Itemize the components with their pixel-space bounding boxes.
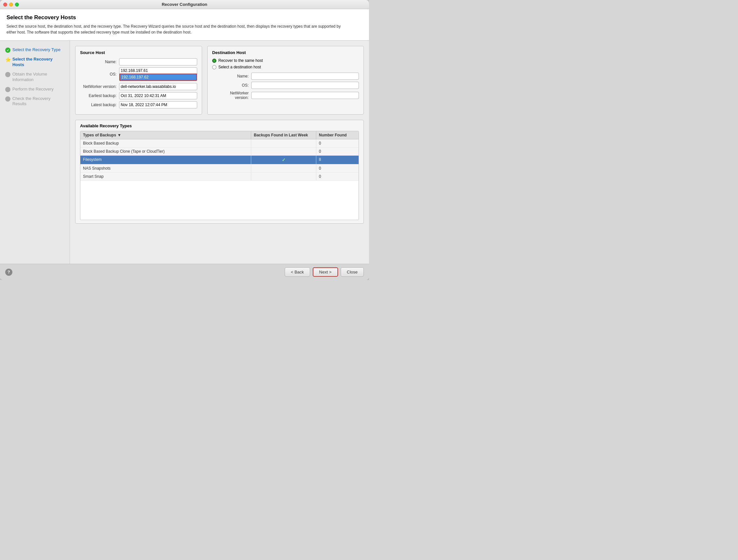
header-section: Select the Recovery Hosts Select the sou… bbox=[0, 9, 369, 41]
destination-host-box: Destination Host Recover to the same hos… bbox=[207, 46, 364, 114]
td-number-3: 8 bbox=[316, 156, 359, 164]
radio-same-host[interactable]: Recover to the same host bbox=[212, 58, 359, 63]
td-type-4: NAS Snapshots bbox=[80, 165, 251, 172]
sidebar-label-select-type: Select the Recovery Type bbox=[12, 47, 60, 53]
recovery-types-table: Types of Backups ▼ Backups Found in Last… bbox=[80, 131, 359, 220]
table-row[interactable]: Smart Snap 0 bbox=[80, 173, 359, 181]
td-backups-4 bbox=[251, 165, 316, 172]
gray-circle-icon-2 bbox=[5, 87, 10, 92]
source-os-row: OS: 192.168.197.61 192.168.197.62 bbox=[80, 67, 197, 81]
dest-name-input[interactable] bbox=[251, 73, 359, 80]
os-option-1[interactable]: 192.168.197.61 bbox=[119, 68, 197, 73]
table-row[interactable]: NAS Snapshots 0 bbox=[80, 165, 359, 173]
source-name-row: Name: bbox=[80, 58, 197, 65]
sidebar-item-perform-recovery: Perform the Recovery bbox=[3, 85, 66, 93]
td-type-2: Block Based Backup Clone (Tape or CloudT… bbox=[80, 148, 251, 155]
sidebar-icon-select-hosts: ⭐ bbox=[5, 57, 10, 62]
sidebar-item-check-results: Check the Recovery Results bbox=[3, 95, 66, 108]
source-os-dropdown[interactable]: 192.168.197.61 192.168.197.62 bbox=[119, 67, 197, 81]
content-area: Select the Recovery Hosts Select the sou… bbox=[0, 9, 369, 280]
source-name-input[interactable] bbox=[119, 58, 197, 65]
close-button[interactable]: Close bbox=[341, 267, 364, 277]
green-check-icon bbox=[5, 47, 10, 53]
star-icon: ⭐ bbox=[5, 57, 10, 62]
table-row[interactable]: Block Based Backup 0 bbox=[80, 139, 359, 148]
dest-networker-input[interactable] bbox=[251, 92, 359, 99]
recovery-types-section: Available Recovery Types Types of Backup… bbox=[75, 120, 364, 224]
sidebar-icon-select-type bbox=[5, 47, 10, 53]
dest-os-input[interactable] bbox=[251, 82, 359, 89]
os-option-2[interactable]: 192.168.197.62 bbox=[119, 73, 197, 81]
table-row-selected[interactable]: Filesystem ✓ 8 bbox=[80, 156, 359, 165]
source-latest-row: Latest backup: bbox=[80, 101, 197, 108]
gray-circle-icon-3 bbox=[5, 96, 10, 101]
table-header: Types of Backups ▼ Backups Found in Last… bbox=[80, 131, 359, 139]
source-os-label: OS: bbox=[80, 72, 119, 76]
td-type-3: Filesystem bbox=[80, 156, 251, 164]
sidebar-label-select-hosts: Select the Recovery Hosts bbox=[12, 57, 64, 68]
sidebar-item-select-type[interactable]: Select the Recovery Type bbox=[3, 46, 66, 54]
recovery-types-title: Available Recovery Types bbox=[80, 123, 359, 128]
td-backups-2 bbox=[251, 148, 316, 155]
header-description: Select the source host, the destination … bbox=[7, 23, 348, 35]
empty-table-space bbox=[80, 181, 359, 220]
th-type[interactable]: Types of Backups ▼ bbox=[80, 131, 251, 139]
table-row[interactable]: Block Based Backup Clone (Tape or CloudT… bbox=[80, 148, 359, 156]
radio-select-host[interactable]: Select a destination host bbox=[212, 65, 359, 69]
sidebar-label-perform-recovery: Perform the Recovery bbox=[12, 87, 53, 92]
td-type-1: Block Based Backup bbox=[80, 139, 251, 147]
dest-os-label: OS: bbox=[216, 83, 251, 87]
td-number-2: 0 bbox=[316, 148, 359, 155]
sidebar-icon-obtain-volume bbox=[5, 72, 10, 77]
td-number-5: 0 bbox=[316, 173, 359, 180]
sidebar-label-check-results: Check the Recovery Results bbox=[12, 96, 64, 107]
th-backups: Backups Found in Last Week bbox=[251, 131, 316, 139]
radio-same-host-label: Recover to the same host bbox=[218, 58, 263, 63]
dest-name-row: Name: bbox=[212, 73, 359, 80]
source-host-box: Source Host Name: OS: 192.168.197.61 192… bbox=[75, 46, 202, 114]
checkmark-icon: ✓ bbox=[282, 157, 286, 163]
source-host-title: Source Host bbox=[80, 50, 197, 55]
destination-host-title: Destination Host bbox=[212, 50, 359, 55]
close-traffic-light[interactable] bbox=[3, 3, 7, 7]
dest-name-label: Name: bbox=[216, 74, 251, 78]
main-window: Recover Configuration Select the Recover… bbox=[0, 0, 369, 280]
radio-select-host-label: Select a destination host bbox=[218, 65, 261, 69]
back-button[interactable]: < Back bbox=[285, 267, 310, 277]
source-earliest-label: Earliest backup: bbox=[80, 93, 119, 98]
source-networker-row: NetWorker version: bbox=[80, 83, 197, 90]
sidebar-item-obtain-volume: Obtain the Volume Information bbox=[3, 70, 66, 84]
destination-radio-group: Recover to the same host Select a destin… bbox=[212, 58, 359, 69]
source-networker-label: NetWorker version: bbox=[80, 84, 119, 89]
radio-select-host-input[interactable] bbox=[212, 65, 217, 69]
window-title: Recover Configuration bbox=[162, 2, 207, 7]
source-earliest-input[interactable] bbox=[119, 92, 197, 99]
sidebar-icon-perform-recovery bbox=[5, 87, 10, 92]
td-backups-1 bbox=[251, 139, 316, 147]
maximize-traffic-light[interactable] bbox=[15, 3, 19, 7]
sort-icon: ▼ bbox=[117, 133, 121, 137]
source-latest-label: Latest backup: bbox=[80, 102, 119, 107]
footer-right: < Back Next > Close bbox=[285, 267, 364, 277]
td-type-5: Smart Snap bbox=[80, 173, 251, 180]
td-number-4: 0 bbox=[316, 165, 359, 172]
sidebar-item-select-hosts[interactable]: ⭐ Select the Recovery Hosts bbox=[3, 55, 66, 69]
source-earliest-row: Earliest backup: bbox=[80, 92, 197, 99]
main-area: Select the Recovery Type ⭐ Select the Re… bbox=[0, 41, 369, 264]
td-number-1: 0 bbox=[316, 139, 359, 147]
sidebar: Select the Recovery Type ⭐ Select the Re… bbox=[0, 41, 70, 264]
dest-os-row: OS: bbox=[212, 82, 359, 89]
next-button[interactable]: Next > bbox=[313, 267, 338, 277]
td-backups-5 bbox=[251, 173, 316, 180]
traffic-lights bbox=[3, 3, 19, 7]
help-button[interactable]: ? bbox=[5, 269, 12, 276]
footer-left: ? bbox=[5, 269, 12, 276]
source-name-label: Name: bbox=[80, 60, 119, 64]
td-backups-3: ✓ bbox=[251, 156, 316, 164]
form-area: Source Host Name: OS: 192.168.197.61 192… bbox=[70, 41, 369, 264]
hosts-row: Source Host Name: OS: 192.168.197.61 192… bbox=[75, 46, 364, 114]
source-latest-input[interactable] bbox=[119, 101, 197, 108]
radio-same-host-input[interactable] bbox=[212, 59, 217, 63]
source-networker-input[interactable] bbox=[119, 83, 197, 90]
minimize-traffic-light[interactable] bbox=[9, 3, 13, 7]
